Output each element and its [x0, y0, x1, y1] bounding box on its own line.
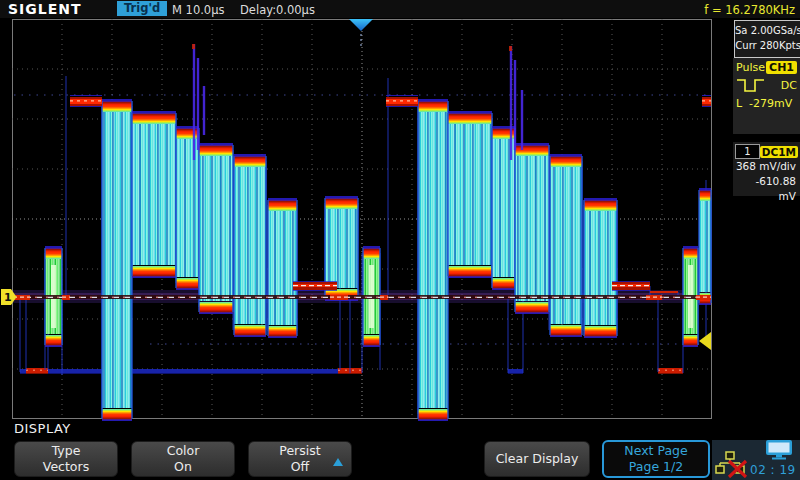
- trigger-status-badge: Trig'd: [117, 1, 167, 16]
- softkey-type-label: Type: [52, 443, 81, 459]
- softkey-next-page-value: Page 1/2: [629, 459, 683, 475]
- sample-rate: Sa 2.00GSa/s: [735, 25, 800, 36]
- channel-coupling-badge: DC1M: [760, 146, 798, 158]
- softkey-color[interactable]: Color On: [131, 441, 235, 477]
- channel-info-panel: 1 DC1M 368 mV/div -610.88 mV: [733, 142, 800, 196]
- pulse-trigger-icon: [736, 76, 766, 95]
- clock-readout: 02 : 19: [750, 463, 796, 477]
- memory-depth: Curr 280Kpts: [735, 40, 800, 51]
- delay-readout: Delay:0.00µs: [240, 3, 315, 17]
- softkey-color-label: Color: [167, 443, 200, 459]
- waveform-display: 1: [0, 0, 800, 480]
- softkey-type[interactable]: Type Vectors: [14, 441, 118, 477]
- monitor-icon: [765, 439, 793, 461]
- softkey-clear-display-label: Clear Display: [496, 451, 579, 467]
- oscilloscope-screen: 1 SIGLENT Trig'd M 10.0µs Delay:0.00µs f…: [0, 0, 800, 480]
- channel-number-badge: 1: [735, 144, 760, 159]
- trigger-source-badge: CH1: [766, 61, 797, 74]
- trigger-coupling: DC: [781, 79, 797, 92]
- softkey-persist[interactable]: Persist Off: [248, 441, 352, 477]
- arrow-up-icon: [333, 458, 343, 466]
- trigger-info-panel: Pulse CH1 DC L -279mV: [733, 58, 800, 134]
- softkey-persist-value: Off: [291, 459, 309, 475]
- softkey-type-value: Vectors: [43, 459, 89, 475]
- brand-logo: SIGLENT: [8, 1, 82, 17]
- softkey-color-value: On: [174, 459, 192, 475]
- softkey-next-page[interactable]: Next Page Page 1/2: [602, 440, 710, 478]
- channel-scale-readout: 368 mV/div: [735, 159, 798, 174]
- timebase-readout: M 10.0µs: [172, 3, 225, 17]
- softkey-next-page-label: Next Page: [624, 443, 687, 459]
- acquisition-info-panel: Sa 2.00GSa/s Curr 280Kpts: [734, 20, 800, 58]
- top-status-bar: SIGLENT Trig'd M 10.0µs Delay:0.00µs f =…: [0, 0, 800, 18]
- menu-title: DISPLAY: [14, 421, 71, 436]
- lan-disconnected-icon: [714, 451, 748, 478]
- trigger-type: Pulse: [736, 61, 765, 74]
- softkey-clear-display[interactable]: Clear Display: [484, 441, 590, 477]
- frequency-counter-readout: f = 16.2780KHz: [704, 3, 795, 17]
- channel-offset-readout: -610.88 mV: [735, 174, 798, 204]
- svg-text:1: 1: [4, 291, 12, 304]
- trigger-level-readout: L -279mV: [736, 97, 797, 110]
- softkey-persist-label: Persist: [279, 443, 320, 459]
